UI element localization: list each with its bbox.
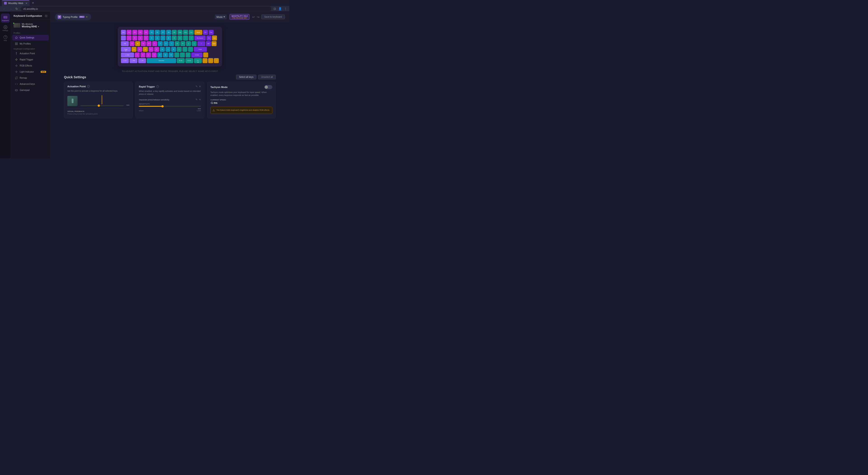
key-o[interactable]: O xyxy=(175,41,180,46)
key-space[interactable]: Spacebar xyxy=(147,58,176,63)
key-ins[interactable]: Ins xyxy=(206,35,211,40)
sidebar-item-remap[interactable]: Remap xyxy=(12,75,49,81)
key-h[interactable]: H xyxy=(160,47,165,52)
key-k[interactable]: K xyxy=(171,47,176,52)
actuation-slider-track[interactable] xyxy=(80,105,124,106)
key-l[interactable]: L xyxy=(177,47,182,52)
key-5[interactable]: 5 xyxy=(149,35,154,40)
key-tab[interactable]: Tab xyxy=(121,41,129,46)
key-down[interactable]: ↓ xyxy=(208,58,213,63)
sidebar-item-gamepad[interactable]: Gamepad xyxy=(12,87,49,93)
key-right[interactable]: → xyxy=(214,58,219,63)
nav-settings[interactable]: Settings xyxy=(1,24,10,33)
key-backtick[interactable]: ` xyxy=(121,35,126,40)
save-to-keyboard-button[interactable]: Save to keyboard xyxy=(261,14,285,19)
key-up[interactable]: ↑ xyxy=(203,53,208,57)
nav-help[interactable]: Help xyxy=(1,33,10,42)
device-model[interactable]: Wooting 80HE ▾ xyxy=(22,25,39,28)
key-lwin[interactable]: L-Win xyxy=(129,58,137,63)
key-x[interactable]: X xyxy=(141,53,145,57)
key-w[interactable]: W xyxy=(135,41,140,46)
profile-icon[interactable]: 👤 xyxy=(278,6,282,11)
key-3[interactable]: 3 xyxy=(138,35,143,40)
key-g[interactable]: G xyxy=(154,47,159,52)
key-f4[interactable]: F4 xyxy=(144,30,149,35)
key-pgdn[interactable]: PgDn xyxy=(212,41,217,46)
sidebar-item-quick-settings[interactable]: Quick Settings xyxy=(12,35,49,40)
key-period[interactable]: . xyxy=(180,53,185,57)
unselect-all-button[interactable]: Unselect all xyxy=(258,75,276,80)
extensions-icon[interactable]: ⊡ xyxy=(273,6,276,11)
key-u[interactable]: U xyxy=(163,41,168,46)
key-f6[interactable]: F6 xyxy=(155,30,160,35)
key-v[interactable]: V xyxy=(152,53,157,57)
key-f8[interactable]: F8 xyxy=(166,30,171,35)
key-a[interactable]: A xyxy=(131,47,136,52)
actuation-slider-thumb[interactable] xyxy=(98,105,100,107)
key-d[interactable]: D xyxy=(143,47,148,52)
sidebar-item-light-indicator[interactable]: Light Indicator NEW xyxy=(12,69,49,75)
menu-icon[interactable]: ⋮ xyxy=(284,6,287,11)
key-minus[interactable]: - xyxy=(183,35,188,40)
key-s[interactable]: S xyxy=(137,47,142,52)
mode-selector[interactable]: Mode ▾ xyxy=(215,14,227,19)
key-esc[interactable]: Esc xyxy=(121,30,126,35)
key-rshift[interactable]: R-Shift xyxy=(191,53,203,57)
sidebar-item-my-profiles[interactable]: My Profiles xyxy=(12,41,49,47)
sidebar-item-actuation-point[interactable]: Actuation Point xyxy=(12,51,49,56)
key-left[interactable]: ← xyxy=(203,58,208,63)
key-2[interactable]: 2 xyxy=(132,35,137,40)
key-apostrophe[interactable]: ' xyxy=(188,47,193,52)
rapid-trigger-edit-btn[interactable]: ✎ xyxy=(195,85,197,88)
sensitivity-slider-thumb[interactable] xyxy=(161,105,164,108)
key-lalt[interactable]: L-Alt xyxy=(138,58,146,63)
profile-tab[interactable]: W Typing Profile F# 1 3 xyxy=(55,13,91,20)
key-f7[interactable]: F7 xyxy=(160,30,165,35)
key-pau[interactable]: Pau xyxy=(209,30,214,35)
key-lshift[interactable]: L-Shift xyxy=(121,53,134,57)
key-f[interactable]: F xyxy=(149,47,153,52)
key-lctrl[interactable]: L-Ctrl xyxy=(121,58,129,63)
key-rctrl[interactable]: R-Ctrl xyxy=(185,58,193,63)
key-e[interactable]: E xyxy=(141,41,146,46)
key-m[interactable]: M xyxy=(168,53,174,57)
key-z[interactable]: Z xyxy=(135,53,140,57)
select-all-button[interactable]: Select all keys xyxy=(236,75,256,80)
sensitivity-slider[interactable] xyxy=(139,106,201,107)
key-0[interactable]: 0 xyxy=(178,35,182,40)
key-f5[interactable]: F5 xyxy=(149,30,154,35)
key-y[interactable]: Y xyxy=(158,41,163,46)
new-tab-button[interactable]: + xyxy=(31,0,35,5)
key-prt[interactable]: Prt xyxy=(203,30,208,35)
sidebar-item-rgb-effects[interactable]: RGB Effects xyxy=(12,63,49,68)
key-f3[interactable]: F3 xyxy=(138,30,143,35)
key-lbracket[interactable]: [ xyxy=(186,41,191,46)
key-semicolon[interactable]: ; xyxy=(182,47,187,52)
key-n[interactable]: N xyxy=(163,53,168,57)
key-del[interactable]: Del xyxy=(206,41,211,46)
forward-button[interactable]: → xyxy=(8,6,13,11)
tab-close-btn[interactable]: ✕ xyxy=(26,2,27,4)
key-comma[interactable]: , xyxy=(174,53,179,57)
key-backslash[interactable]: \ xyxy=(197,41,205,46)
key-b[interactable]: B xyxy=(157,53,162,57)
undo-button[interactable]: ↩ xyxy=(252,15,255,19)
key-ralt[interactable]: R-Alt xyxy=(177,58,185,63)
key-c[interactable]: C xyxy=(146,53,151,57)
key-f12[interactable]: F12 xyxy=(189,30,194,35)
separate-edit-btn[interactable]: ✎ xyxy=(195,98,197,101)
back-button[interactable]: ← xyxy=(2,6,7,11)
active-tab[interactable]: Wootility Web ✕ xyxy=(2,0,30,6)
key-8[interactable]: 8 xyxy=(166,35,171,40)
key-i[interactable]: I xyxy=(169,41,174,46)
key-f10[interactable]: F10 xyxy=(178,30,182,35)
key-6[interactable]: 6 xyxy=(155,35,160,40)
sidebar-item-advanced-keys[interactable]: Advanced keys xyxy=(12,81,49,87)
key-t[interactable]: T xyxy=(152,41,157,46)
key-f2[interactable]: F2 xyxy=(132,30,137,35)
key-pgup[interactable]: PgUp xyxy=(212,35,217,40)
key-f1[interactable]: F1 xyxy=(127,30,131,35)
refresh-button[interactable]: ↻ xyxy=(14,6,19,11)
redo-button[interactable]: ↪ xyxy=(257,15,259,19)
key-p[interactable]: P xyxy=(180,41,185,46)
